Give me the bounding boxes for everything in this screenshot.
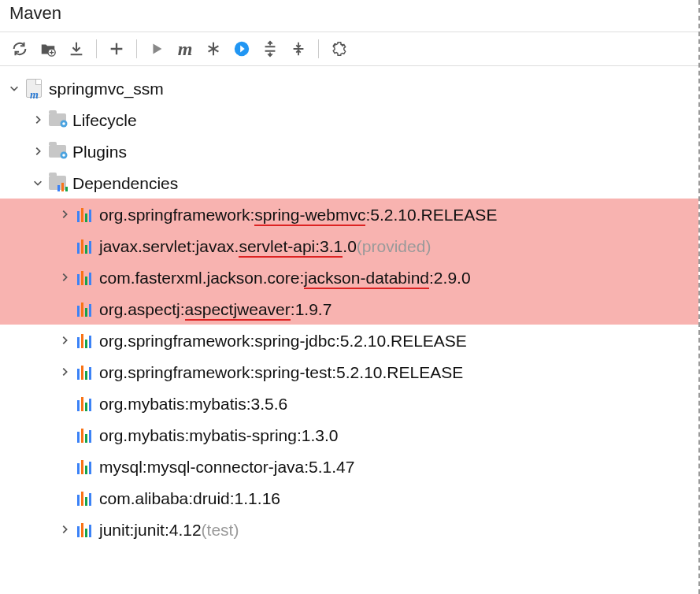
chevron-right-icon[interactable] — [57, 206, 72, 222]
library-icon — [74, 299, 94, 319]
dependency-label: org.mybatis:mybatis-spring:1.3.0 — [99, 427, 338, 444]
tree-label: Plugins — [72, 143, 127, 160]
dependency-item[interactable]: javax.servlet:javax.servlet-api:3.1.0 (p… — [0, 230, 698, 262]
toolbar-separator — [318, 39, 319, 58]
tree-root[interactable]: m springmvc_ssm — [0, 72, 698, 104]
library-icon — [74, 456, 94, 477]
dependency-label: org.aspectj:aspectjweaver:1.9.7 — [99, 301, 331, 317]
toolbar-separator — [136, 39, 137, 58]
tree-lifecycle[interactable]: Lifecycle — [0, 104, 698, 136]
library-icon — [74, 267, 94, 288]
library-icon — [74, 425, 94, 445]
project-tree: m springmvc_ssm Lifecycle Plugins — [0, 66, 698, 551]
chevron-right-icon[interactable] — [30, 112, 46, 128]
spacer — [57, 301, 72, 317]
spacer — [57, 395, 72, 411]
svg-point-5 — [62, 154, 65, 157]
dependency-label: com.fasterxml.jackson.core:jackson-datab… — [99, 269, 471, 286]
folder-gear-icon — [47, 141, 68, 161]
library-icon — [74, 204, 94, 225]
panel-title: Maven — [0, 0, 698, 32]
add-icon[interactable] — [103, 35, 130, 62]
chevron-right-icon[interactable] — [57, 332, 72, 348]
chevron-right-icon[interactable] — [57, 522, 72, 537]
dependency-label: org.springframework:spring-webmvc:5.2.10… — [99, 206, 497, 223]
tree-dependencies[interactable]: Dependencies — [0, 167, 698, 199]
dependency-item[interactable]: junit:junit:4.12 (test) — [0, 514, 698, 545]
dependency-label: junit:junit:4.12 — [99, 522, 202, 538]
offline-icon[interactable] — [228, 35, 255, 62]
expand-all-icon[interactable] — [257, 35, 283, 62]
settings-icon[interactable] — [325, 35, 352, 62]
dependency-label: org.springframework:spring-test:5.2.10.R… — [99, 364, 463, 381]
dependency-item[interactable]: org.springframework:spring-jdbc:5.2.10.R… — [0, 325, 698, 356]
dependency-item[interactable]: org.springframework:spring-webmvc:5.2.10… — [0, 199, 698, 230]
toolbar: m — [0, 32, 698, 66]
chevron-right-icon[interactable] — [57, 269, 72, 285]
tree-plugins[interactable]: Plugins — [0, 136, 698, 167]
dependency-item[interactable]: org.aspectj:aspectjweaver:1.9.7 — [0, 293, 698, 325]
maven-project-icon: m — [24, 78, 44, 98]
dependency-label: com.alibaba:druid:1.1.16 — [99, 490, 280, 507]
library-icon — [74, 488, 94, 508]
run-icon[interactable] — [143, 35, 170, 62]
skip-tests-icon[interactable] — [200, 35, 227, 62]
dependency-label: org.springframework:spring-jdbc:5.2.10.R… — [99, 332, 467, 349]
library-icon — [74, 330, 94, 351]
chevron-down-icon[interactable] — [30, 175, 46, 191]
maven-m-icon[interactable]: m — [172, 35, 198, 62]
dependency-item[interactable]: com.alibaba:druid:1.1.16 — [0, 482, 698, 514]
dependency-scope: (test) — [202, 522, 239, 538]
dependencies-folder-icon — [47, 173, 68, 193]
library-icon — [74, 519, 94, 540]
spacer — [57, 490, 72, 506]
dependency-item[interactable]: mysql:mysql-connector-java:5.1.47 — [0, 451, 698, 482]
tree-label: springmvc_ssm — [49, 80, 164, 97]
chevron-right-icon[interactable] — [30, 143, 46, 159]
library-icon — [74, 362, 94, 382]
dependency-item[interactable]: com.fasterxml.jackson.core:jackson-datab… — [0, 262, 698, 293]
generate-sources-icon[interactable] — [35, 35, 61, 62]
library-icon — [74, 236, 94, 256]
dependency-item[interactable]: org.mybatis:mybatis:3.5.6 — [0, 388, 698, 419]
collapse-all-icon[interactable] — [285, 35, 312, 62]
dependency-scope: (provided) — [357, 238, 431, 254]
tree-label: Dependencies — [72, 175, 178, 191]
toolbar-separator — [96, 39, 97, 58]
spacer — [57, 458, 72, 474]
maven-panel: Maven m — [0, 0, 700, 594]
dependencies-list: org.springframework:spring-webmvc:5.2.10… — [0, 199, 698, 545]
svg-point-3 — [62, 122, 65, 125]
dependency-item[interactable]: org.mybatis:mybatis-spring:1.3.0 — [0, 419, 698, 451]
dependency-label: javax.servlet:javax.servlet-api:3.1.0 — [99, 238, 357, 254]
spacer — [57, 427, 72, 443]
dependency-item[interactable]: org.springframework:spring-test:5.2.10.R… — [0, 356, 698, 388]
spacer — [57, 238, 72, 254]
library-icon — [74, 393, 94, 414]
download-icon[interactable] — [63, 35, 90, 62]
refresh-icon[interactable] — [6, 35, 33, 62]
dependency-label: org.mybatis:mybatis:3.5.6 — [99, 395, 287, 412]
folder-gear-icon — [47, 110, 68, 130]
chevron-right-icon[interactable] — [57, 364, 72, 380]
chevron-down-icon[interactable] — [6, 80, 22, 96]
tree-label: Lifecycle — [72, 112, 137, 128]
dependency-label: mysql:mysql-connector-java:5.1.47 — [99, 458, 354, 475]
